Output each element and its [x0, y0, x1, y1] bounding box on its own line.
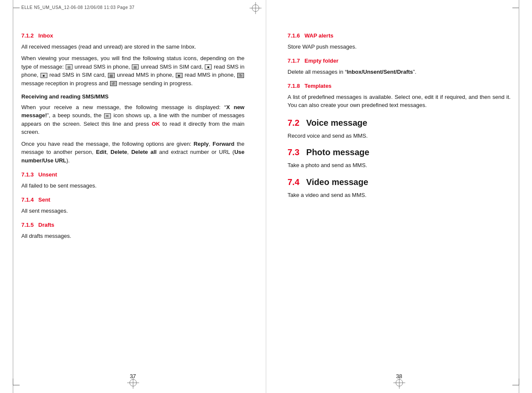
section-715: 7.1.5 Drafts All drafts messages.	[21, 221, 244, 240]
section-72: 7.2 Voice message Record voice and send …	[288, 116, 511, 140]
section-713-title: Unsent	[38, 171, 57, 178]
section-714-number: 7.1.4	[21, 196, 34, 203]
icon-read-sms-sim: ■	[41, 73, 47, 78]
right-margin-line	[519, 0, 519, 393]
icon-read-mms-phone: ■	[176, 73, 183, 78]
section-713-heading: 7.1.3 Unsent	[21, 170, 244, 179]
section-718-number: 7.1.8	[288, 83, 300, 89]
section-73-title: Photo message	[306, 146, 369, 159]
section-73-content: Take a photo and send as MMS.	[288, 161, 511, 170]
option-delete-all: Delete all	[131, 149, 157, 155]
page-left: ELLE N5_UM_USA_12-06-08 12/06/08 11:03 P…	[0, 0, 266, 393]
section-73: 7.3 Photo message Take a photo and send …	[288, 146, 511, 170]
new-message-text: X new message!	[21, 104, 244, 119]
icon-unread-sms-phone: ▤	[66, 64, 73, 69]
section-718-heading: 7.1.8 Templates	[288, 82, 511, 90]
section-717-heading: 7.1.7 Empty folder	[288, 57, 511, 65]
icon-msg-reception: ↻	[237, 73, 244, 78]
book-spread: ELLE N5_UM_USA_12-06-08 12/06/08 11:03 P…	[0, 0, 532, 393]
section-716-heading: 7.1.6 WAP alerts	[288, 32, 511, 40]
section-72-content: Record voice and send as MMS.	[288, 132, 511, 140]
icon-unread-sms-sim: ▤	[132, 64, 139, 69]
section-712-title: Inbox	[38, 32, 53, 39]
option-edit: Edit	[96, 149, 107, 155]
section-receiving-heading: Receiving and reading SMS/MMS	[21, 92, 244, 101]
page-header: ELLE N5_UM_USA_12-06-08 12/06/08 11:03 P…	[21, 4, 134, 11]
section-74-number: 7.4	[288, 176, 299, 188]
section-717-content: Delete all messages in “Inbox/Unsent/Sen…	[288, 68, 511, 76]
section-714-title: Sent	[38, 196, 50, 203]
section-72-number: 7.2	[288, 116, 299, 129]
section-717-bold: Inbox/Unsent/Sent/Drafts	[347, 69, 413, 75]
section-715-content: All drafts messages.	[21, 232, 244, 240]
section-717-number: 7.1.7	[288, 58, 300, 64]
section-715-heading: 7.1.5 Drafts	[21, 221, 244, 229]
section-718-title: Templates	[305, 83, 331, 89]
section-712-para1: All received messages (read and unread) …	[21, 43, 244, 51]
section-715-title: Drafts	[38, 222, 55, 228]
crosshair-bottom-left-icon	[127, 377, 139, 391]
section-74-content: Take a video and send as MMS.	[288, 191, 511, 199]
option-forward: Forward	[212, 141, 234, 147]
option-delete: Delete	[110, 149, 127, 155]
section-712-heading: 7.1.2 Inbox	[21, 32, 244, 40]
section-716-title: WAP alerts	[305, 32, 334, 39]
section-716: 7.1.6 WAP alerts Store WAP push messages…	[288, 32, 511, 51]
section-712-number: 7.1.2	[21, 32, 34, 39]
section-716-content: Store WAP push messages.	[288, 43, 511, 51]
section-74: 7.4 Video message Take a video and send …	[288, 176, 511, 199]
section-713: 7.1.3 Unsent All failed to be sent messa…	[21, 170, 244, 190]
section-713-content: All failed to be sent messages.	[21, 182, 244, 190]
section-717-title: Empty folder	[305, 58, 338, 64]
section-717: 7.1.7 Empty folder Delete all messages i…	[288, 57, 511, 76]
icon-unread-mms-phone: ▤	[108, 73, 115, 78]
section-717-suffix: ”.	[413, 69, 416, 75]
icon-message-envelope: ✉	[104, 113, 111, 118]
section-715-number: 7.1.5	[21, 222, 34, 228]
section-718-content: A list of predefined messages is availab…	[288, 93, 511, 110]
crosshair-bottom-right-icon	[393, 377, 405, 391]
page-right: 7.1.6 WAP alerts Store WAP push messages…	[266, 0, 532, 393]
section-716-number: 7.1.6	[288, 32, 300, 39]
section-73-number: 7.3	[288, 146, 299, 159]
section-receiving-para1: When your receive a new message, the fol…	[21, 103, 244, 136]
section-74-title: Video message	[306, 176, 368, 188]
section-72-title: Voice message	[306, 116, 367, 129]
section-713-number: 7.1.3	[21, 171, 34, 178]
section-receiving: Receiving and reading SMS/MMS When your …	[21, 92, 244, 165]
section-717-prefix: Delete all messages in “	[288, 69, 347, 75]
icon-read-sms-phone: ■	[205, 64, 212, 69]
left-margin-line	[13, 0, 13, 393]
section-718: 7.1.8 Templates A list of predefined mes…	[288, 82, 511, 110]
section-714-content: All sent messages.	[21, 207, 244, 215]
section-714-heading: 7.1.4 Sent	[21, 196, 244, 204]
section-714: 7.1.4 Sent All sent messages.	[21, 196, 244, 215]
ok-button-label: OK	[151, 121, 160, 127]
section-receiving-para2: Once you have read the message, the foll…	[21, 140, 244, 165]
section-712: 7.1.2 Inbox All received messages (read …	[21, 32, 244, 87]
crosshair-top-right-icon	[250, 2, 262, 17]
icon-msg-sending: ↺	[110, 81, 117, 86]
option-reply: Reply	[194, 141, 209, 147]
section-712-para2: When viewing your messages, you will fin…	[21, 54, 244, 87]
